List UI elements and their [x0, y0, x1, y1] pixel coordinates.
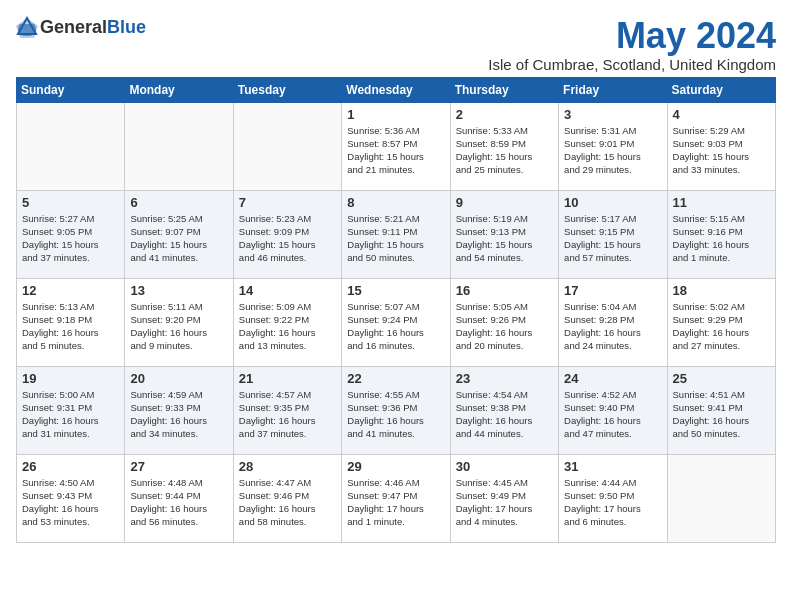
day-info: Sunrise: 5:11 AM Sunset: 9:20 PM Dayligh… [130, 300, 227, 353]
calendar-cell: 18Sunrise: 5:02 AM Sunset: 9:29 PM Dayli… [667, 278, 775, 366]
day-info: Sunrise: 4:48 AM Sunset: 9:44 PM Dayligh… [130, 476, 227, 529]
header-tuesday: Tuesday [233, 77, 341, 102]
header-saturday: Saturday [667, 77, 775, 102]
header-friday: Friday [559, 77, 667, 102]
calendar-cell: 3Sunrise: 5:31 AM Sunset: 9:01 PM Daylig… [559, 102, 667, 190]
calendar-cell: 12Sunrise: 5:13 AM Sunset: 9:18 PM Dayli… [17, 278, 125, 366]
calendar-cell: 11Sunrise: 5:15 AM Sunset: 9:16 PM Dayli… [667, 190, 775, 278]
day-number: 14 [239, 283, 336, 298]
day-number: 19 [22, 371, 119, 386]
calendar-cell: 30Sunrise: 4:45 AM Sunset: 9:49 PM Dayli… [450, 454, 558, 542]
calendar-cell: 29Sunrise: 4:46 AM Sunset: 9:47 PM Dayli… [342, 454, 450, 542]
calendar-cell: 8Sunrise: 5:21 AM Sunset: 9:11 PM Daylig… [342, 190, 450, 278]
calendar-cell [667, 454, 775, 542]
day-number: 7 [239, 195, 336, 210]
day-number: 22 [347, 371, 444, 386]
day-info: Sunrise: 4:45 AM Sunset: 9:49 PM Dayligh… [456, 476, 553, 529]
day-info: Sunrise: 4:52 AM Sunset: 9:40 PM Dayligh… [564, 388, 661, 441]
calendar-cell: 5Sunrise: 5:27 AM Sunset: 9:05 PM Daylig… [17, 190, 125, 278]
day-info: Sunrise: 5:15 AM Sunset: 9:16 PM Dayligh… [673, 212, 770, 265]
day-number: 8 [347, 195, 444, 210]
day-info: Sunrise: 4:50 AM Sunset: 9:43 PM Dayligh… [22, 476, 119, 529]
calendar-cell: 20Sunrise: 4:59 AM Sunset: 9:33 PM Dayli… [125, 366, 233, 454]
header-thursday: Thursday [450, 77, 558, 102]
day-number: 20 [130, 371, 227, 386]
calendar-cell: 23Sunrise: 4:54 AM Sunset: 9:38 PM Dayli… [450, 366, 558, 454]
calendar-subtitle: Isle of Cumbrae, Scotland, United Kingdo… [488, 56, 776, 73]
week-row-2: 5Sunrise: 5:27 AM Sunset: 9:05 PM Daylig… [17, 190, 776, 278]
calendar-thead: SundayMondayTuesdayWednesdayThursdayFrid… [17, 77, 776, 102]
day-info: Sunrise: 5:27 AM Sunset: 9:05 PM Dayligh… [22, 212, 119, 265]
week-row-4: 19Sunrise: 5:00 AM Sunset: 9:31 PM Dayli… [17, 366, 776, 454]
calendar-cell: 16Sunrise: 5:05 AM Sunset: 9:26 PM Dayli… [450, 278, 558, 366]
calendar-cell: 2Sunrise: 5:33 AM Sunset: 8:59 PM Daylig… [450, 102, 558, 190]
header-row: SundayMondayTuesdayWednesdayThursdayFrid… [17, 77, 776, 102]
day-number: 26 [22, 459, 119, 474]
day-info: Sunrise: 4:59 AM Sunset: 9:33 PM Dayligh… [130, 388, 227, 441]
calendar-cell: 13Sunrise: 5:11 AM Sunset: 9:20 PM Dayli… [125, 278, 233, 366]
calendar-cell: 6Sunrise: 5:25 AM Sunset: 9:07 PM Daylig… [125, 190, 233, 278]
calendar-cell [125, 102, 233, 190]
day-number: 30 [456, 459, 553, 474]
day-number: 16 [456, 283, 553, 298]
calendar-cell: 7Sunrise: 5:23 AM Sunset: 9:09 PM Daylig… [233, 190, 341, 278]
day-info: Sunrise: 4:46 AM Sunset: 9:47 PM Dayligh… [347, 476, 444, 529]
day-number: 21 [239, 371, 336, 386]
logo-blue: Blue [107, 17, 146, 37]
day-number: 11 [673, 195, 770, 210]
calendar-title: May 2024 [488, 16, 776, 56]
header-sunday: Sunday [17, 77, 125, 102]
calendar-cell: 28Sunrise: 4:47 AM Sunset: 9:46 PM Dayli… [233, 454, 341, 542]
calendar-cell: 19Sunrise: 5:00 AM Sunset: 9:31 PM Dayli… [17, 366, 125, 454]
calendar-cell: 4Sunrise: 5:29 AM Sunset: 9:03 PM Daylig… [667, 102, 775, 190]
calendar-cell: 1Sunrise: 5:36 AM Sunset: 8:57 PM Daylig… [342, 102, 450, 190]
calendar-cell: 21Sunrise: 4:57 AM Sunset: 9:35 PM Dayli… [233, 366, 341, 454]
day-info: Sunrise: 5:25 AM Sunset: 9:07 PM Dayligh… [130, 212, 227, 265]
calendar-cell: 31Sunrise: 4:44 AM Sunset: 9:50 PM Dayli… [559, 454, 667, 542]
week-row-3: 12Sunrise: 5:13 AM Sunset: 9:18 PM Dayli… [17, 278, 776, 366]
day-info: Sunrise: 5:04 AM Sunset: 9:28 PM Dayligh… [564, 300, 661, 353]
day-info: Sunrise: 5:17 AM Sunset: 9:15 PM Dayligh… [564, 212, 661, 265]
day-info: Sunrise: 5:29 AM Sunset: 9:03 PM Dayligh… [673, 124, 770, 177]
day-number: 17 [564, 283, 661, 298]
calendar-cell: 22Sunrise: 4:55 AM Sunset: 9:36 PM Dayli… [342, 366, 450, 454]
day-number: 4 [673, 107, 770, 122]
day-info: Sunrise: 5:00 AM Sunset: 9:31 PM Dayligh… [22, 388, 119, 441]
calendar-header: GeneralBlue May 2024 Isle of Cumbrae, Sc… [16, 16, 776, 73]
calendar-cell: 24Sunrise: 4:52 AM Sunset: 9:40 PM Dayli… [559, 366, 667, 454]
logo: GeneralBlue [16, 16, 146, 38]
day-info: Sunrise: 5:23 AM Sunset: 9:09 PM Dayligh… [239, 212, 336, 265]
day-info: Sunrise: 4:47 AM Sunset: 9:46 PM Dayligh… [239, 476, 336, 529]
header-wednesday: Wednesday [342, 77, 450, 102]
calendar-cell: 26Sunrise: 4:50 AM Sunset: 9:43 PM Dayli… [17, 454, 125, 542]
header-monday: Monday [125, 77, 233, 102]
day-number: 28 [239, 459, 336, 474]
day-number: 27 [130, 459, 227, 474]
day-number: 1 [347, 107, 444, 122]
logo-icon [16, 16, 38, 38]
day-number: 31 [564, 459, 661, 474]
day-number: 24 [564, 371, 661, 386]
day-info: Sunrise: 5:05 AM Sunset: 9:26 PM Dayligh… [456, 300, 553, 353]
calendar-cell [17, 102, 125, 190]
calendar-cell: 15Sunrise: 5:07 AM Sunset: 9:24 PM Dayli… [342, 278, 450, 366]
day-info: Sunrise: 4:51 AM Sunset: 9:41 PM Dayligh… [673, 388, 770, 441]
day-info: Sunrise: 5:31 AM Sunset: 9:01 PM Dayligh… [564, 124, 661, 177]
calendar-tbody: 1Sunrise: 5:36 AM Sunset: 8:57 PM Daylig… [17, 102, 776, 542]
calendar-cell: 25Sunrise: 4:51 AM Sunset: 9:41 PM Dayli… [667, 366, 775, 454]
day-info: Sunrise: 5:21 AM Sunset: 9:11 PM Dayligh… [347, 212, 444, 265]
day-info: Sunrise: 4:57 AM Sunset: 9:35 PM Dayligh… [239, 388, 336, 441]
day-info: Sunrise: 5:36 AM Sunset: 8:57 PM Dayligh… [347, 124, 444, 177]
day-number: 29 [347, 459, 444, 474]
day-info: Sunrise: 5:13 AM Sunset: 9:18 PM Dayligh… [22, 300, 119, 353]
day-number: 10 [564, 195, 661, 210]
calendar-cell: 10Sunrise: 5:17 AM Sunset: 9:15 PM Dayli… [559, 190, 667, 278]
week-row-5: 26Sunrise: 4:50 AM Sunset: 9:43 PM Dayli… [17, 454, 776, 542]
day-number: 2 [456, 107, 553, 122]
day-info: Sunrise: 4:55 AM Sunset: 9:36 PM Dayligh… [347, 388, 444, 441]
day-info: Sunrise: 5:02 AM Sunset: 9:29 PM Dayligh… [673, 300, 770, 353]
calendar-table: SundayMondayTuesdayWednesdayThursdayFrid… [16, 77, 776, 543]
day-number: 6 [130, 195, 227, 210]
week-row-1: 1Sunrise: 5:36 AM Sunset: 8:57 PM Daylig… [17, 102, 776, 190]
calendar-cell: 27Sunrise: 4:48 AM Sunset: 9:44 PM Dayli… [125, 454, 233, 542]
